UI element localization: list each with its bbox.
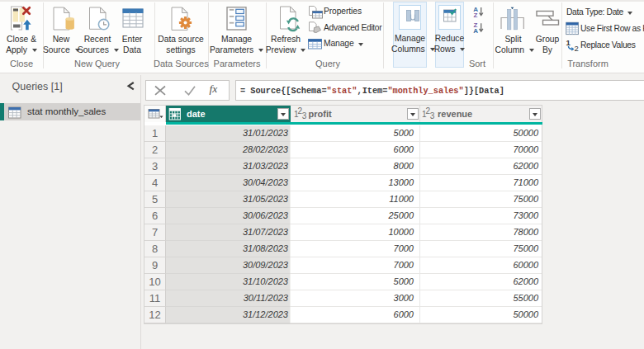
svg-text:A: A xyxy=(473,27,478,35)
svg-text:2: 2 xyxy=(575,44,579,53)
svg-text:1: 1 xyxy=(566,38,571,47)
svg-text:Z: Z xyxy=(474,12,478,19)
